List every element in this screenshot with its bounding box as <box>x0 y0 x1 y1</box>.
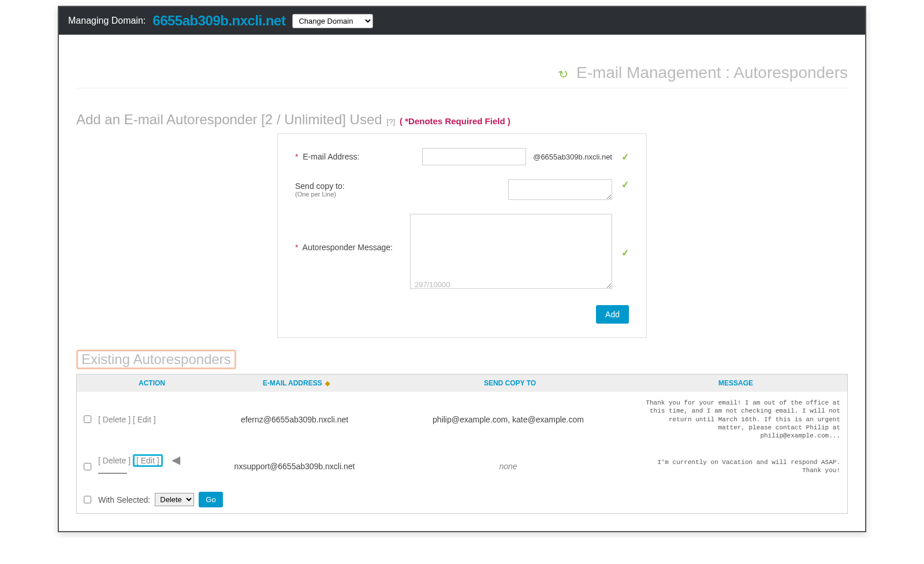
col-header-email[interactable]: E-MAIL ADDRESS ◆ <box>204 379 389 387</box>
char-counter: 297/10000 <box>415 280 450 289</box>
sort-icon[interactable]: ◆ <box>325 380 330 387</box>
row-actions: [ Delete ] [ Edit ] <box>98 415 202 424</box>
row-send-copy-text: none <box>499 462 517 471</box>
required-star: * <box>295 152 298 161</box>
page-title: ↺ E-mail Management : Autoresponders <box>76 35 848 88</box>
email-domain-suffix: @6655ab309b.nxcli.net <box>533 153 612 161</box>
check-icon: ✔ <box>621 247 630 259</box>
send-copy-textarea[interactable] <box>508 179 612 200</box>
row-checkbox[interactable] <box>84 415 91 423</box>
send-copy-row: Send copy to: (One per Line) ✔ <box>295 179 629 200</box>
row-email: efernz@6655ab309b.nxcli.net <box>202 415 387 424</box>
row-message: Thank you for your email! I am out of th… <box>629 399 840 440</box>
bulk-action-row: With Selected: Delete Go <box>77 486 847 513</box>
send-copy-sublabel: (One per Line) <box>295 191 411 198</box>
refresh-icon[interactable]: ↺ <box>557 66 571 82</box>
header-bar: Managing Domain: 6655ab309b.nxcli.net Ch… <box>59 7 865 35</box>
message-label-text: Autoresponder Message: <box>303 243 393 252</box>
check-icon: ✔ <box>621 151 630 163</box>
header-domain: 6655ab309b.nxcli.net <box>152 13 285 29</box>
row-checkbox[interactable] <box>84 463 91 470</box>
table-row: [ Delete ] [ Edit ] efernz@6655ab309b.nx… <box>77 392 847 447</box>
go-button[interactable]: Go <box>199 492 222 507</box>
bulk-action-select[interactable]: Delete <box>155 493 194 506</box>
form-actions: Add <box>295 305 629 324</box>
delete-link[interactable]: [ Delete ] <box>98 456 131 465</box>
row-email: nxsupport@6655ab309b.nxcli.net <box>202 462 387 471</box>
form-section-header: Add an E-mail Autoresponder [2 / Unlimit… <box>76 112 848 128</box>
col-header-email-text: E-MAIL ADDRESS <box>263 379 322 387</box>
table-header: ACTION E-MAIL ADDRESS ◆ SEND COPY TO MES… <box>77 374 847 392</box>
existing-heading-highlight: Existing Autoresponders <box>76 350 236 369</box>
change-domain-select[interactable]: Change Domain <box>292 14 373 28</box>
required-star: * <box>295 243 298 252</box>
add-button[interactable]: Add <box>596 305 629 324</box>
header-label: Managing Domain: <box>68 16 146 26</box>
select-all-checkbox[interactable] <box>84 496 91 503</box>
existing-autoresponders-heading: Existing Autoresponders <box>81 351 231 367</box>
message-row: * Autoresponder Message: 297/10000 ✔ <box>295 214 629 291</box>
table-row: [ Delete ] [ Edit ] ◀——— nxsupport@6655a… <box>77 447 847 486</box>
edit-link[interactable]: [ Edit ] <box>136 456 159 465</box>
edit-highlight: [ Edit ] <box>133 454 163 467</box>
email-row: * E-mail Address: @6655ab309b.nxcli.net … <box>295 148 629 165</box>
page-title-text: E-mail Management : Autoresponders <box>576 64 848 81</box>
delete-link[interactable]: [ Delete ] <box>98 415 131 424</box>
col-header-message[interactable]: MESSAGE <box>631 379 840 387</box>
col-header-copy[interactable]: SEND COPY TO <box>389 379 631 387</box>
message-field-wrap: 297/10000 <box>410 214 612 291</box>
send-copy-label-text: Send copy to: <box>295 181 345 191</box>
add-autoresponder-form: * E-mail Address: @6655ab309b.nxcli.net … <box>277 133 647 338</box>
check-icon: ✔ <box>621 179 630 191</box>
content-area: ↺ E-mail Management : Autoresponders Add… <box>59 35 865 531</box>
required-field-note: ( *Denotes Required Field ) <box>400 116 511 126</box>
row-send-copy: none <box>387 462 629 471</box>
edit-link[interactable]: [ Edit ] <box>133 415 156 424</box>
row-actions: [ Delete ] [ Edit ] ◀——— <box>98 454 202 479</box>
help-link[interactable]: [?] <box>387 117 395 126</box>
col-header-action[interactable]: ACTION <box>100 379 204 387</box>
app-frame: Managing Domain: 6655ab309b.nxcli.net Ch… <box>58 6 866 532</box>
add-autoresponder-heading: Add an E-mail Autoresponder [2 / Unlimit… <box>76 112 382 128</box>
autoresponders-table: ACTION E-MAIL ADDRESS ◆ SEND COPY TO MES… <box>76 374 848 514</box>
row-message: I'm currently on Vacation and will respo… <box>629 458 840 475</box>
row-send-copy: philip@example.com, kate@example.com <box>387 415 629 424</box>
email-label: * E-mail Address: <box>295 152 408 161</box>
email-address-input[interactable] <box>422 148 526 165</box>
send-copy-label: Send copy to: (One per Line) <box>295 181 411 198</box>
message-label: * Autoresponder Message: <box>295 214 403 252</box>
with-selected-label: With Selected: <box>98 495 150 504</box>
email-label-text: E-mail Address: <box>303 152 359 161</box>
autoresponder-message-textarea[interactable] <box>410 214 612 289</box>
